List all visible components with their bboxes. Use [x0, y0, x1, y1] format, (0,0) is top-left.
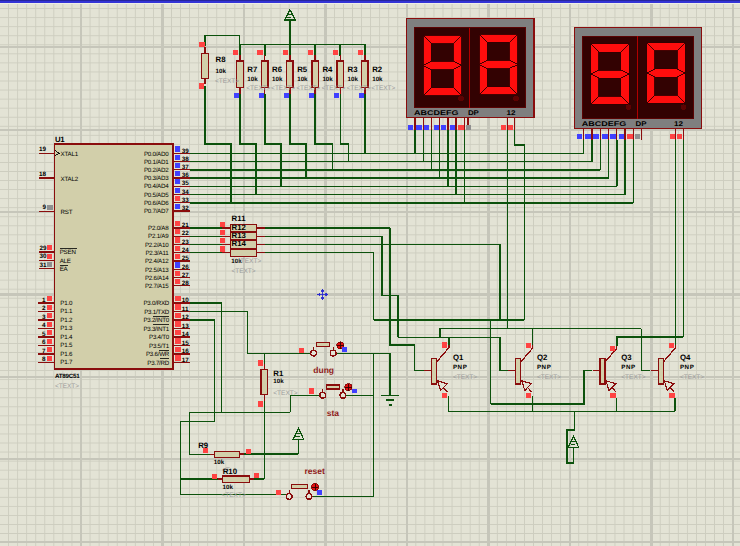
svg-text:36: 36 [182, 172, 190, 179]
svg-text:1: 1 [42, 297, 46, 304]
svg-text:ABCDEFG: ABCDEFG [414, 110, 459, 117]
svg-text:33: 33 [182, 197, 190, 204]
svg-text:13: 13 [182, 323, 190, 330]
svg-text:sta: sta [327, 408, 340, 418]
svg-text:<TEXT>: <TEXT> [273, 390, 297, 397]
svg-text:R14: R14 [232, 239, 247, 248]
svg-text:P1.5: P1.5 [60, 342, 73, 349]
svg-text:P0.1/AD1: P0.1/AD1 [144, 159, 169, 166]
svg-text:P0.5/AD5: P0.5/AD5 [144, 192, 169, 199]
svg-text:10k: 10k [372, 76, 383, 83]
svg-text:35: 35 [182, 180, 190, 187]
svg-text:39: 39 [182, 148, 190, 155]
svg-text:P1.7: P1.7 [60, 359, 73, 366]
svg-text:Q1: Q1 [453, 353, 464, 362]
svg-text:P0.6/AD6: P0.6/AD6 [144, 200, 169, 207]
svg-text:Q2: Q2 [537, 353, 548, 362]
svg-text:R2: R2 [372, 65, 383, 74]
svg-text:P2.5/A13: P2.5/A13 [145, 267, 169, 274]
svg-text:R6: R6 [272, 65, 283, 74]
svg-text:26: 26 [182, 264, 190, 271]
svg-text:<TEXT>: <TEXT> [231, 268, 255, 275]
svg-text:29: 29 [40, 245, 48, 252]
svg-text:P0.4/AD4: P0.4/AD4 [144, 183, 169, 190]
svg-text:P1.6: P1.6 [60, 351, 73, 358]
svg-text:<TEXT>: <TEXT> [271, 85, 295, 92]
svg-text:PSEN: PSEN [60, 249, 76, 256]
svg-text:PNP: PNP [537, 364, 552, 371]
svg-text:<TEXT>: <TEXT> [215, 78, 239, 85]
svg-text:ALE: ALE [60, 258, 71, 265]
svg-text:RST: RST [61, 209, 73, 216]
svg-text:18: 18 [39, 171, 47, 178]
svg-text:Q3: Q3 [621, 353, 632, 362]
svg-text:3: 3 [42, 314, 46, 321]
svg-text:5: 5 [42, 331, 46, 338]
svg-text:P1.0: P1.0 [60, 300, 73, 307]
svg-text:<TEXT>: <TEXT> [55, 383, 79, 390]
svg-text:31: 31 [40, 262, 48, 269]
svg-text:8: 8 [42, 356, 46, 363]
svg-text:P3.3/INT1: P3.3/INT1 [143, 326, 169, 333]
svg-text:EA: EA [60, 266, 69, 273]
svg-text:10k: 10k [322, 76, 333, 83]
svg-text:P2.6/A14: P2.6/A14 [145, 275, 169, 282]
svg-text:P0.2/AD2: P0.2/AD2 [144, 167, 169, 174]
svg-text:24: 24 [182, 247, 190, 254]
svg-text:P2.1/A9: P2.1/A9 [148, 233, 169, 240]
svg-text:R10: R10 [223, 467, 238, 476]
svg-text:ABCDEFG: ABCDEFG [582, 121, 627, 128]
svg-text:<TEXT>: <TEXT> [680, 374, 704, 381]
svg-text:<TEXT>: <TEXT> [621, 374, 645, 381]
svg-text:9: 9 [42, 204, 46, 211]
svg-text:R7: R7 [247, 65, 257, 74]
svg-text:P2.3/A11: P2.3/A11 [145, 250, 169, 257]
svg-text:<TEXT>: <TEXT> [347, 85, 371, 92]
svg-text:P3.7/RD: P3.7/RD [147, 360, 169, 367]
svg-text:30: 30 [40, 253, 48, 260]
svg-text:38: 38 [182, 156, 190, 163]
svg-text:<TEXT>: <TEXT> [321, 85, 345, 92]
svg-text:P1.2: P1.2 [60, 317, 73, 324]
svg-text:27: 27 [182, 272, 190, 279]
svg-text:DP: DP [636, 121, 648, 128]
svg-text:P3.1/TXD: P3.1/TXD [144, 309, 170, 316]
svg-text:25: 25 [182, 255, 190, 262]
svg-text:PNP: PNP [680, 364, 695, 371]
svg-text:10k: 10k [247, 76, 258, 83]
svg-text:XTAL1: XTAL1 [61, 151, 79, 158]
svg-text:2: 2 [42, 305, 46, 312]
svg-text:10k: 10k [297, 76, 308, 83]
svg-text:P2.7/A15: P2.7/A15 [145, 283, 169, 290]
svg-text:P3.5/T1: P3.5/T1 [149, 343, 170, 350]
svg-text:PNP: PNP [621, 364, 636, 371]
svg-text:P3.6/WR: P3.6/WR [146, 351, 170, 358]
svg-text:AT89C51: AT89C51 [55, 373, 80, 380]
svg-text:37: 37 [182, 164, 190, 171]
svg-text:Q4: Q4 [680, 353, 691, 362]
svg-text:22: 22 [182, 230, 190, 237]
svg-text:11: 11 [182, 306, 189, 313]
svg-text:<TEXT>: <TEXT> [296, 85, 320, 92]
svg-text:12: 12 [182, 314, 190, 321]
svg-text:P1.3: P1.3 [60, 325, 73, 332]
svg-text:PNP: PNP [453, 364, 468, 371]
svg-text:4: 4 [42, 322, 46, 329]
svg-text:32: 32 [182, 205, 190, 212]
svg-text:7: 7 [42, 348, 46, 355]
svg-text:<TEXT>: <TEXT> [371, 85, 395, 92]
svg-text:R8: R8 [216, 55, 227, 64]
svg-text:21: 21 [182, 222, 190, 229]
svg-text:34: 34 [182, 189, 190, 196]
svg-text:R5: R5 [297, 65, 308, 74]
svg-text:12: 12 [674, 121, 683, 128]
svg-text:15: 15 [182, 340, 190, 347]
svg-text:12: 12 [506, 110, 515, 117]
svg-text:14: 14 [182, 331, 190, 338]
svg-text:<TEXT>: <TEXT> [237, 258, 261, 265]
svg-text:R9: R9 [198, 441, 209, 450]
svg-text:17: 17 [182, 357, 190, 364]
svg-text:10k: 10k [272, 76, 283, 83]
svg-text:23: 23 [182, 239, 190, 246]
svg-text:P0.0/AD0: P0.0/AD0 [144, 151, 169, 158]
